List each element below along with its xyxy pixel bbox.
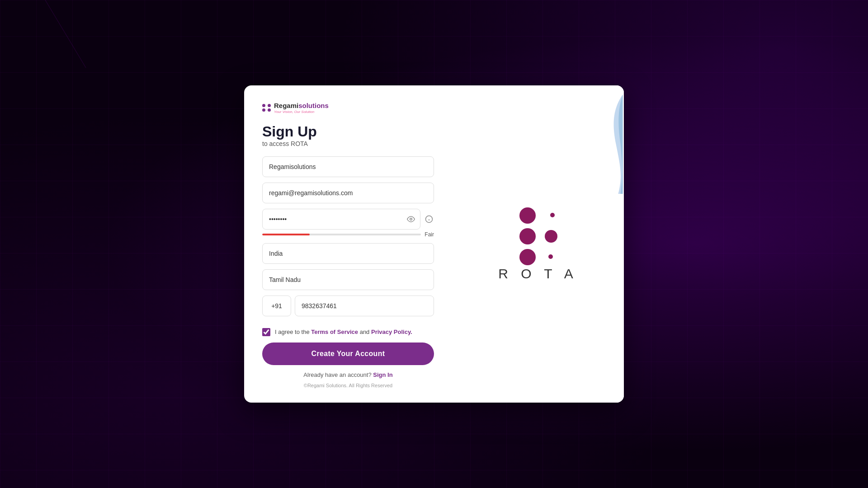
privacy-policy-link[interactable]: Privacy Policy. <box>371 328 412 335</box>
strength-label: Fair <box>425 231 434 238</box>
logo-dots <box>262 104 271 112</box>
logo-brand-second: solutions <box>298 102 329 109</box>
copyright: ©Regami Solutions. All Rights Reserved <box>262 383 434 388</box>
logo-tagline: Your Vision, Our Solution <box>274 110 329 114</box>
terms-of-service-link[interactable]: Terms of Service <box>311 328 358 335</box>
left-panel: Regamisolutions Your Vision, Our Solutio… <box>244 85 452 402</box>
logo-dot-2 <box>268 104 271 107</box>
password-info-button[interactable] <box>424 214 434 224</box>
logo-dot-4 <box>268 108 271 112</box>
rota-dot-6 <box>548 254 553 259</box>
page-title: Sign Up <box>262 124 434 140</box>
phone-row <box>262 296 434 316</box>
phone-number-input[interactable] <box>295 296 434 316</box>
blue-swoosh-decoration <box>594 94 624 194</box>
email-input[interactable] <box>262 183 434 203</box>
strength-bar-fill <box>262 234 310 235</box>
rota-dot-1 <box>519 207 536 224</box>
email-group <box>262 183 434 203</box>
password-input[interactable] <box>262 209 420 230</box>
page-subtitle: to access ROTA <box>262 140 434 147</box>
country-code-input[interactable] <box>262 296 291 316</box>
svg-point-14 <box>410 218 412 220</box>
rota-dot-2 <box>550 213 555 217</box>
terms-checkbox[interactable] <box>262 328 270 336</box>
logo-area: Regamisolutions Your Vision, Our Solutio… <box>262 102 434 114</box>
right-panel: R O T A <box>452 85 624 402</box>
rota-brand-text: R O T A <box>498 266 578 282</box>
rota-dot-5 <box>519 249 536 265</box>
create-account-button[interactable]: Create Your Account <box>262 343 434 365</box>
terms-row: I agree to the Terms of Service and Priv… <box>262 328 434 336</box>
logo-brand-first: Regami <box>274 102 298 109</box>
rota-dot-4 <box>545 230 557 243</box>
country-group <box>262 243 434 264</box>
terms-text: I agree to the Terms of Service and Priv… <box>275 328 412 335</box>
logo-dot-3 <box>262 108 265 112</box>
company-name-input[interactable] <box>262 156 434 177</box>
rota-dot-3 <box>519 228 536 244</box>
company-name-group <box>262 156 434 177</box>
logo-dot-1 <box>262 104 265 107</box>
signup-card: Regamisolutions Your Vision, Our Solutio… <box>244 85 624 402</box>
state-input[interactable] <box>262 269 434 290</box>
strength-bar-container <box>262 234 421 235</box>
terms-prefix: I agree to the <box>275 328 311 335</box>
signin-text: Already have an account? <box>303 371 371 378</box>
rota-dots-grid <box>518 206 558 261</box>
terms-middle: and <box>358 328 371 335</box>
country-input[interactable] <box>262 243 434 264</box>
signin-row: Already have an account? Sign In <box>262 371 434 378</box>
signin-link[interactable]: Sign In <box>373 371 392 378</box>
eye-icon <box>407 215 415 223</box>
phone-group <box>262 296 434 316</box>
password-strength-row: Fair <box>262 231 434 238</box>
rota-logo-area: R O T A <box>498 206 578 282</box>
show-password-button[interactable] <box>406 214 416 224</box>
info-icon <box>425 215 433 223</box>
password-group: Fair <box>262 209 434 238</box>
logo-text: Regamisolutions Your Vision, Our Solutio… <box>274 102 329 114</box>
state-group <box>262 269 434 290</box>
